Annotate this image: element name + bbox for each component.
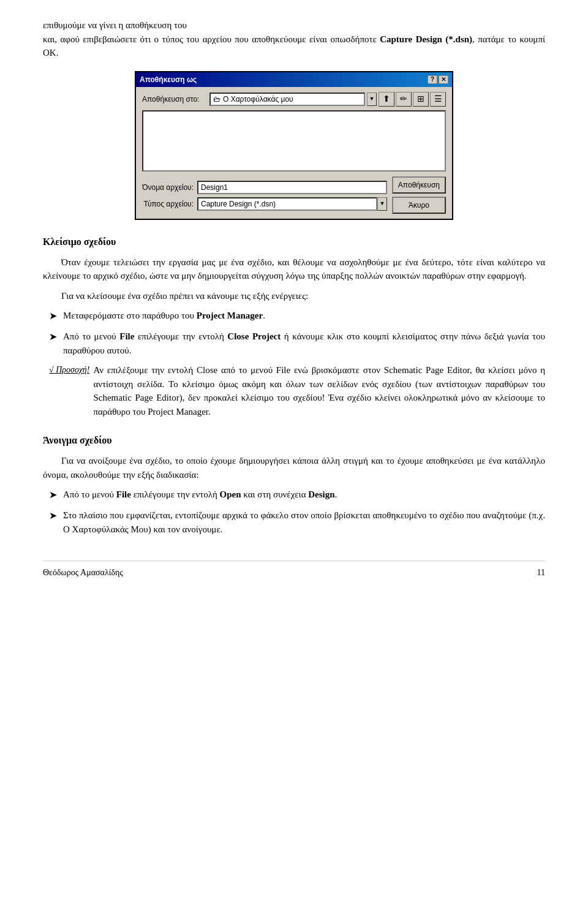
- dialog-close-button[interactable]: ✕: [439, 75, 448, 84]
- save-location-arrow[interactable]: ▼: [367, 93, 377, 106]
- dialog-help-button[interactable]: ?: [428, 75, 437, 84]
- close-note: √ Προσοχή! Αν επιλέξουμε την εντολή Clos…: [43, 363, 545, 418]
- save-button[interactable]: Αποθήκευση: [392, 176, 446, 194]
- save-location-row: Αποθήκευση στο: 🗁 Ο Χαρτοφύλακάς μου ▼ ⬆…: [142, 92, 446, 107]
- save-location-combo: 🗁 Ο Χαρτοφύλακάς μου ▼ ⬆ ✏ ⊞ ☰: [209, 92, 446, 107]
- intro-bold: Capture Design (*.dsn): [380, 34, 472, 44]
- close-bullet2: ➤ Από το μενού File επιλέγουμε την εντολ…: [43, 330, 545, 357]
- dialog-title: Αποθήκευση ως: [140, 74, 197, 85]
- filetype-row: Τύπος αρχείου: Capture Design (*.dsn) ▼: [142, 197, 387, 211]
- note-text: Αν επιλέξουμε την εντολή Close από το με…: [93, 363, 545, 418]
- close-bullet1-bold: Project Manager: [197, 311, 263, 320]
- close-bullet2-cmd: Close Project: [227, 331, 281, 341]
- intro-block: επιθυμούμε να γίνει η αποθήκευση του και…: [43, 18, 545, 60]
- close-bullet2-file: File: [119, 331, 134, 341]
- filename-row: Όνομα αρχείου: Design1: [142, 181, 387, 194]
- dialog-title-buttons: ? ✕: [428, 75, 448, 84]
- folder-icon: 🗁: [213, 94, 221, 105]
- toolbar-view-btn1[interactable]: ⊞: [413, 92, 429, 107]
- page-content: επιθυμούμε να γίνει η αποθήκευση του και…: [43, 18, 545, 579]
- filename-label: Όνομα αρχείου:: [142, 182, 197, 193]
- open-bullet-arrow-2: ➤: [49, 508, 57, 523]
- dialog-action-buttons: Αποθήκευση Άκυρο: [392, 176, 446, 214]
- toolbar-view-btn2[interactable]: ☰: [430, 92, 446, 107]
- open-bullet2: ➤ Στο πλαίσιο που εμφανίζεται, εντοπίζου…: [43, 508, 545, 536]
- open-bullet1-file: File: [116, 489, 131, 499]
- dialog-titlebar: Αποθήκευση ως ? ✕: [136, 72, 452, 87]
- open-bullet-arrow-1: ➤: [49, 488, 57, 502]
- save-dialog: Αποθήκευση ως ? ✕ Αποθήκευση στο: 🗁 Ο Χα…: [135, 71, 453, 220]
- bullet-arrow-1: ➤: [49, 309, 57, 323]
- open-bullet1-open: Open: [220, 489, 241, 499]
- section-close-heading: Κλείσιμο σχεδίου: [43, 235, 545, 249]
- bullet-arrow-2: ➤: [49, 330, 57, 344]
- open-paragraph1: Για να ανοίξουμε ένα σχέδιο, το οποίο έχ…: [43, 454, 545, 482]
- open-bullet1-text: Από το μενού File επιλέγουμε την εντολή …: [63, 488, 545, 502]
- filetype-arrow[interactable]: ▼: [377, 197, 387, 211]
- dialog-file-area: [142, 110, 446, 172]
- filetype-label: Τύπος αρχείου:: [142, 198, 197, 210]
- filetype-value[interactable]: Capture Design (*.dsn): [197, 197, 377, 211]
- section-open-heading: Άνοιγμα σχεδίου: [43, 433, 545, 448]
- save-location-text: Ο Χαρτοφύλακάς μου: [223, 94, 293, 105]
- dialog-bottom: Όνομα αρχείου: Design1 Τύπος αρχείου: Ca…: [142, 176, 446, 214]
- close-bullet2-text: Από το μενού File επιλέγουμε την εντολή …: [63, 330, 545, 357]
- toolbar-up-btn[interactable]: ⬆: [379, 92, 394, 107]
- save-location-label: Αποθήκευση στο:: [142, 94, 209, 105]
- save-location-value[interactable]: 🗁 Ο Χαρτοφύλακάς μου: [209, 93, 365, 106]
- toolbar-new-btn[interactable]: ✏: [396, 92, 412, 107]
- filename-value: Design1: [201, 182, 228, 193]
- open-bullet1-design: Design: [308, 489, 334, 499]
- intro-line2: και, αφού επιβεβαιώσετε ότι ο τύπος του …: [43, 34, 377, 44]
- open-bullet2-text: Στο πλαίσιο που εμφανίζεται, εντοπίζουμε…: [63, 508, 545, 536]
- close-paragraph2: Για να κλείσουμε ένα σχέδιο πρέπει να κά…: [43, 289, 545, 303]
- dialog-toolbar: ⬆ ✏ ⊞ ☰: [379, 92, 446, 107]
- filename-input[interactable]: Design1: [197, 181, 387, 194]
- intro-line1: επιθυμούμε να γίνει η αποθήκευση του: [43, 20, 187, 30]
- close-bullet1-text: Μεταφερόμαστε στο παράθυρο του Project M…: [63, 309, 545, 323]
- footer-page-number: 11: [537, 566, 545, 579]
- filetype-combo: Capture Design (*.dsn) ▼: [197, 197, 387, 211]
- dialog-fields: Όνομα αρχείου: Design1 Τύπος αρχείου: Ca…: [142, 181, 387, 214]
- close-paragraph1: Όταν έχουμε τελειώσει την εργασία μας με…: [43, 255, 545, 283]
- note-mark: √ Προσοχή!: [49, 363, 89, 376]
- cancel-button[interactable]: Άκυρο: [392, 197, 446, 214]
- close-bullet1: ➤ Μεταφερόμαστε στο παράθυρο του Project…: [43, 309, 545, 323]
- dialog-body: Αποθήκευση στο: 🗁 Ο Χαρτοφύλακάς μου ▼ ⬆…: [136, 87, 452, 219]
- open-bullet1: ➤ Από το μενού File επιλέγουμε την εντολ…: [43, 488, 545, 502]
- page-footer: Θεόδωρος Αμασαλίδης 11: [43, 561, 545, 579]
- footer-author: Θεόδωρος Αμασαλίδης: [43, 566, 123, 579]
